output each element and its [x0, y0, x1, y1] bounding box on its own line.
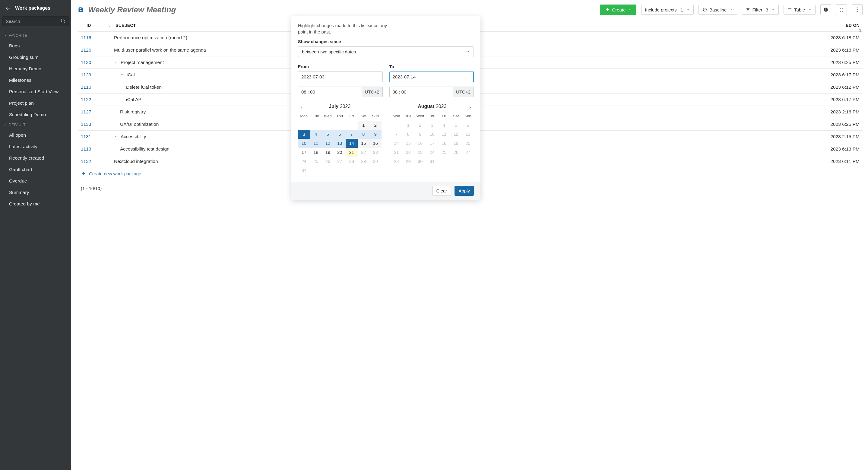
include-projects-button[interactable]: Include projects 1 [641, 5, 694, 15]
section-default[interactable]: DEFAULT [0, 120, 71, 129]
calendar-day[interactable]: 15 [402, 139, 414, 148]
calendar-day[interactable]: 23 [414, 148, 427, 157]
wp-id-link[interactable]: 1126 [81, 48, 91, 53]
sidebar-item[interactable]: Overdue [0, 175, 71, 187]
calendar-day[interactable]: 31 [298, 166, 310, 175]
calendar-day[interactable]: 2 [369, 121, 381, 130]
calendar-day[interactable]: 4 [438, 121, 450, 130]
calendar-day[interactable]: 18 [310, 148, 322, 157]
calendar-day[interactable]: 24 [426, 148, 438, 157]
back-icon[interactable] [5, 5, 11, 11]
calendar-day[interactable]: 25 [438, 148, 450, 157]
calendar-day[interactable]: 10 [426, 130, 438, 139]
from-time-input[interactable]: 08 : 00 UTC+2 [298, 87, 383, 97]
calendar-day[interactable]: 5 [322, 130, 334, 139]
wp-id-link[interactable]: 1132 [81, 159, 91, 164]
calendar-day[interactable]: 6 [334, 130, 346, 139]
sidebar-item[interactable]: Grouping sum [0, 52, 71, 63]
sidebar-item[interactable]: All open [0, 129, 71, 141]
section-favorite[interactable]: FAVORITE [0, 31, 71, 40]
wp-id-link[interactable]: 1116 [81, 35, 91, 40]
wp-id-link[interactable]: 1130 [81, 60, 91, 65]
fullscreen-icon[interactable] [836, 4, 847, 15]
sidebar-item[interactable]: Summary [0, 187, 71, 198]
calendar-day[interactable]: 1 [358, 121, 370, 130]
page-title[interactable]: Weekly Review Meeting [88, 5, 176, 14]
chevron-down-icon[interactable] [114, 134, 119, 138]
calendar-day[interactable]: 3 [426, 121, 438, 130]
calendar-day[interactable]: 27 [462, 148, 474, 157]
calendar-day[interactable]: 30 [369, 157, 381, 166]
filter-button[interactable]: Filter 3 [742, 5, 779, 15]
sidebar-item[interactable]: Recently created [0, 152, 71, 164]
calendar-day[interactable]: 25 [310, 157, 322, 166]
sidebar-item[interactable]: Hierachy Demo [0, 63, 71, 74]
calendar-day[interactable]: 31 [426, 157, 438, 166]
wp-id-link[interactable]: 1122 [81, 97, 91, 102]
wp-id-link[interactable]: 1133 [81, 122, 91, 127]
calendar-day[interactable]: 11 [310, 139, 322, 148]
calendar-day[interactable]: 9 [414, 130, 427, 139]
sidebar-item[interactable]: Latest activity [0, 141, 71, 152]
calendar-day[interactable]: 26 [322, 157, 334, 166]
calendar-day[interactable]: 28 [346, 157, 358, 166]
wp-id-link[interactable]: 1129 [81, 72, 91, 77]
calendar-day[interactable]: 7 [346, 130, 358, 139]
sidebar-item[interactable]: Created by me [0, 198, 71, 210]
next-month-icon[interactable] [467, 104, 474, 111]
sidebar-item[interactable]: Personalized Start View [0, 86, 71, 97]
clear-button[interactable]: Clear [433, 186, 451, 196]
calendar-day[interactable]: 3 [298, 130, 310, 139]
chevron-down-icon[interactable] [120, 73, 125, 76]
calendar-day[interactable]: 18 [438, 139, 450, 148]
calendar-day[interactable]: 4 [310, 130, 322, 139]
chevron-down-icon[interactable] [114, 60, 119, 64]
calendar-day[interactable]: 2 [414, 121, 427, 130]
calendar-day[interactable]: 6 [462, 121, 474, 130]
calendar-day[interactable]: 12 [322, 139, 334, 148]
calendar-day[interactable]: 21 [346, 148, 358, 157]
calendar-day[interactable]: 26 [450, 148, 462, 157]
calendar-day[interactable]: 5 [450, 121, 462, 130]
calendar-day[interactable]: 27 [334, 157, 346, 166]
calendar-day[interactable]: 19 [450, 139, 462, 148]
calendar-day[interactable]: 30 [414, 157, 427, 166]
calendar-day[interactable]: 15 [358, 139, 370, 148]
sidebar-item[interactable]: Bugs [0, 40, 71, 52]
create-button[interactable]: Create [600, 4, 636, 15]
view-mode-button[interactable]: Table [783, 5, 815, 15]
to-date-input[interactable]: 2023-07-14 [390, 71, 474, 82]
calendar-day[interactable]: 21 [391, 148, 403, 157]
calendar-day[interactable]: 10 [298, 139, 310, 148]
show-changes-select[interactable]: between two specific dates [298, 46, 474, 57]
calendar-day[interactable]: 29 [358, 157, 370, 166]
calendar-day[interactable]: 9 [369, 130, 381, 139]
calendar-day[interactable]: 14 [346, 139, 358, 148]
calendar-day[interactable]: 23 [369, 148, 381, 157]
wp-id-link[interactable]: 1127 [81, 109, 91, 114]
sidebar-item[interactable]: Project plan [0, 97, 71, 109]
calendar-day[interactable]: 8 [358, 130, 370, 139]
calendar-day[interactable]: 22 [402, 148, 414, 157]
configure-columns-icon[interactable] [858, 28, 862, 33]
apply-button[interactable]: Apply [455, 186, 474, 196]
calendar-day[interactable]: 29 [402, 157, 414, 166]
sidebar-item[interactable]: Gantt chart [0, 164, 71, 175]
calendar-day[interactable]: 1 [402, 121, 414, 130]
calendar-day[interactable]: 13 [462, 130, 474, 139]
more-icon[interactable] [852, 4, 863, 15]
calendar-day[interactable]: 13 [334, 139, 346, 148]
prev-month-icon[interactable] [298, 104, 305, 111]
calendar-day[interactable]: 11 [438, 130, 450, 139]
wp-id-link[interactable]: 1131 [81, 134, 91, 139]
calendar-day[interactable]: 19 [322, 148, 334, 157]
calendar-day[interactable]: 16 [414, 139, 427, 148]
calendar-day[interactable]: 20 [334, 148, 346, 157]
from-date-input[interactable]: 2023-07-03 [298, 71, 383, 82]
calendar-day[interactable]: 16 [369, 139, 381, 148]
calendar-day[interactable]: 12 [450, 130, 462, 139]
calendar-day[interactable]: 7 [391, 130, 403, 139]
baseline-button[interactable]: Baseline [699, 5, 737, 15]
col-id[interactable]: ID ↑ [78, 19, 105, 32]
search-input[interactable] [2, 16, 69, 26]
